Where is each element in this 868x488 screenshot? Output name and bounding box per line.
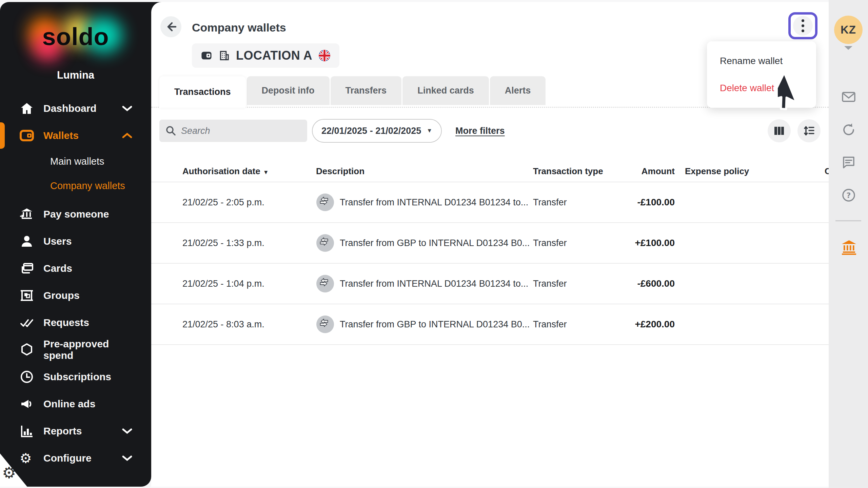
sidebar-item-dashboard[interactable]: Dashboard xyxy=(0,95,151,122)
tab-deposit-info[interactable]: Deposit info xyxy=(247,76,330,105)
sidebar-item-configure[interactable]: ⚙ Configure xyxy=(0,445,151,472)
sidebar: soldo Lumina Dashboard Wallets Main wall… xyxy=(0,2,151,487)
tab-alerts[interactable]: Alerts xyxy=(490,76,546,105)
search-input[interactable] xyxy=(181,126,290,136)
sidebar-item-pre-approved-spend[interactable]: Pre-approved spend xyxy=(0,336,151,363)
col-description: Description xyxy=(316,166,533,177)
wallet-options-button[interactable] xyxy=(788,12,817,39)
soldo-logo: soldo xyxy=(20,11,132,64)
company-name: Lumina xyxy=(0,69,151,81)
cards-icon xyxy=(20,261,34,276)
columns-view-button[interactable] xyxy=(768,119,791,142)
user-icon xyxy=(20,234,34,248)
hexagon-icon xyxy=(20,343,34,357)
transfer-icon xyxy=(316,315,334,333)
main-panel: Company wallets LOCATION A Transactions … xyxy=(151,2,829,487)
wallet-name: LOCATION A xyxy=(236,48,312,63)
uk-flag-icon xyxy=(318,49,331,62)
sidebar-item-online-ads[interactable]: Online ads xyxy=(0,390,151,418)
col-amount: Amount xyxy=(607,166,675,177)
table-row[interactable]: 21/02/25 - 8:03 a.m. Transfer from GBP t… xyxy=(151,304,829,345)
transfer-icon xyxy=(316,193,334,211)
wallet-options-menu: Rename wallet Delete wallet xyxy=(707,41,816,108)
rail-divider xyxy=(835,220,861,221)
page-title: Company wallets xyxy=(192,21,286,34)
col-authorisation-date[interactable]: Authorisation date▼ xyxy=(182,166,316,177)
wallet-icon xyxy=(20,128,34,143)
arrow-left-icon xyxy=(165,21,177,33)
search-icon xyxy=(165,125,176,136)
bank-icon[interactable] xyxy=(841,239,857,256)
chevron-down-icon xyxy=(120,428,134,434)
svg-text:?: ? xyxy=(847,191,851,200)
logo-text: soldo xyxy=(20,23,132,50)
bar-chart-icon xyxy=(20,424,34,438)
sort-rows-icon xyxy=(803,125,815,137)
menu-item-delete-wallet[interactable]: Delete wallet xyxy=(707,78,816,98)
col-expense-policy: Expense policy xyxy=(685,166,763,177)
sidebar-item-users[interactable]: Users xyxy=(0,228,151,255)
transactions-table: 21/02/25 - 2:05 p.m. Transfer from INTER… xyxy=(151,182,829,345)
sidebar-item-requests[interactable]: Requests xyxy=(0,309,151,336)
sidebar-nav: Dashboard Wallets Main wallets Company w… xyxy=(0,95,151,472)
caret-down-icon: ▼ xyxy=(427,127,432,134)
help-icon[interactable]: ? xyxy=(841,187,856,203)
mail-icon[interactable] xyxy=(841,89,856,105)
sidebar-item-reports[interactable]: Reports xyxy=(0,418,151,445)
chat-icon[interactable] xyxy=(841,155,856,170)
app-window: soldo Lumina Dashboard Wallets Main wall… xyxy=(0,0,868,488)
back-button[interactable] xyxy=(160,16,181,37)
gear-icon: ⚙ xyxy=(20,451,34,465)
kebab-icon xyxy=(793,16,813,36)
columns-icon xyxy=(773,125,785,137)
sidebar-item-company-wallets[interactable]: Company wallets xyxy=(0,174,151,198)
bank-transfer-icon xyxy=(20,207,34,221)
settings-gear-icon[interactable]: ⚙ xyxy=(2,464,16,482)
refresh-icon[interactable] xyxy=(841,122,856,138)
transfer-icon xyxy=(316,274,334,293)
date-range-value: 22/01/2025 - 21/02/2025 xyxy=(321,126,421,136)
clock-icon xyxy=(20,370,34,384)
sidebar-item-main-wallets[interactable]: Main wallets xyxy=(0,149,151,174)
row-height-button[interactable] xyxy=(797,119,821,142)
wallet-icon xyxy=(201,50,212,61)
chevron-down-icon xyxy=(120,105,134,111)
right-rail: KZ ? xyxy=(829,0,868,488)
tab-linked-cards[interactable]: Linked cards xyxy=(402,76,489,105)
groups-icon xyxy=(20,288,34,303)
sidebar-item-pay-someone[interactable]: Pay someone xyxy=(0,201,151,228)
sidebar-item-cards[interactable]: Cards xyxy=(0,255,151,282)
sidebar-item-subscriptions[interactable]: Subscriptions xyxy=(0,363,151,390)
table-row[interactable]: 21/02/25 - 1:04 p.m. Transfer from INTER… xyxy=(151,264,829,304)
tab-transactions[interactable]: Transactions xyxy=(159,76,246,108)
building-icon xyxy=(218,50,230,61)
date-range-picker[interactable]: 22/01/2025 - 21/02/2025 ▼ xyxy=(312,119,442,143)
sort-caret-icon: ▼ xyxy=(263,169,269,176)
tab-transfers[interactable]: Transfers xyxy=(331,76,402,105)
view-buttons xyxy=(768,119,821,142)
transfer-icon xyxy=(316,234,334,252)
filter-row: 22/01/2025 - 21/02/2025 ▼ More filters xyxy=(159,119,821,143)
avatar[interactable]: KZ xyxy=(834,16,863,44)
table-header: Authorisation date▼ Description Transact… xyxy=(151,161,829,182)
chevron-down-icon xyxy=(120,455,134,461)
table-row[interactable]: 21/02/25 - 2:05 p.m. Transfer from INTER… xyxy=(151,182,829,223)
search-box[interactable] xyxy=(159,120,307,142)
megaphone-icon xyxy=(20,397,34,411)
home-icon xyxy=(20,101,34,116)
menu-item-rename-wallet[interactable]: Rename wallet xyxy=(707,51,816,71)
chevron-up-icon xyxy=(120,133,134,139)
table-row[interactable]: 21/02/25 - 1:33 p.m. Transfer from GBP t… xyxy=(151,223,829,264)
col-transaction-type: Transaction type xyxy=(533,166,607,177)
double-check-icon xyxy=(20,316,34,330)
sidebar-item-wallets[interactable]: Wallets xyxy=(0,122,151,149)
wallet-pill[interactable]: LOCATION A xyxy=(192,43,339,68)
col-clipped: C xyxy=(825,166,829,177)
chevron-down-icon[interactable] xyxy=(844,45,853,51)
sidebar-item-groups[interactable]: Groups xyxy=(0,282,151,309)
tab-bar: Transactions Deposit info Transfers Link… xyxy=(159,76,546,108)
more-filters-link[interactable]: More filters xyxy=(455,126,505,136)
